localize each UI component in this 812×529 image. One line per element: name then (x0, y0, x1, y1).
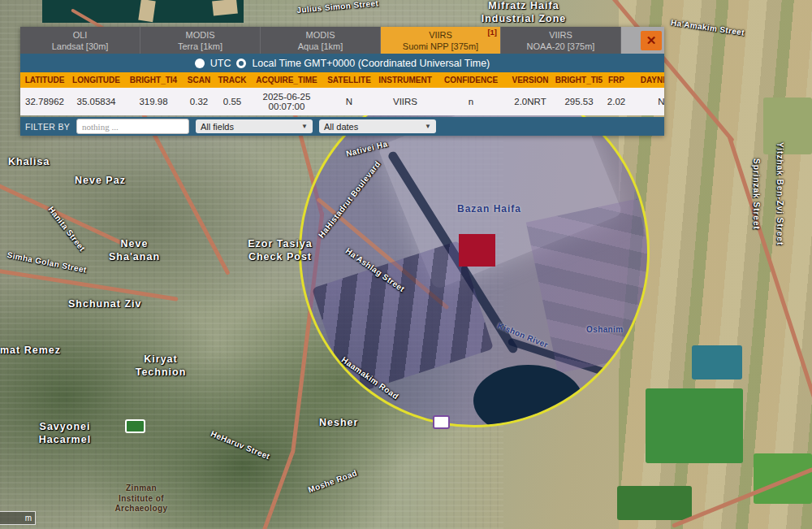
route-shield-icon (433, 415, 450, 429)
table-header-row: LATITUDE LONGITUDE BRIGHT_TI4 SCAN TRACK… (20, 72, 664, 88)
close-button[interactable]: ✕ (641, 31, 662, 50)
utc-radio-label: UTC (210, 58, 231, 69)
chevron-down-icon: ▼ (301, 123, 308, 130)
detection-count-badge: [1] (487, 28, 497, 37)
map-label-area: Neve Sha'anan (104, 238, 165, 263)
cell-confidence: n (435, 88, 507, 115)
fire-detection-marker[interactable] (459, 234, 495, 267)
table-row[interactable]: 32.78962 35.05834 319.98 0.32 0.55 2025-… (20, 88, 664, 115)
tab-label: MODIS (140, 29, 260, 41)
field-filter-select[interactable]: All fields ▼ (196, 119, 313, 133)
col-daynight: DAYNIGHT (628, 72, 664, 88)
tab-modis-terra[interactable]: MODIS Terra [1km] (140, 27, 261, 54)
field-patch (617, 486, 692, 520)
time-mode-bar: UTC Local Time GMT+0000 (Coordinated Uni… (20, 54, 664, 72)
cell-satellite: N (323, 88, 375, 115)
col-frp: FRP (604, 72, 628, 88)
map-label-area: Neve Paz (75, 175, 126, 188)
cell-version: 2.0NRT (507, 88, 554, 115)
local-time-radio[interactable] (236, 59, 246, 68)
tab-oli-landsat[interactable]: OLI Landsat [30m] (20, 27, 140, 54)
col-longitude: LONGITUDE (69, 72, 123, 88)
field-patch (692, 345, 742, 379)
tab-label: OLI (20, 29, 140, 41)
tab-modis-aqua[interactable]: MODIS Aqua [1km] (261, 27, 381, 54)
pier (138, 0, 155, 22)
map-label-poi: Oshanim (586, 325, 624, 336)
detections-table: LATITUDE LONGITUDE BRIGHT_TI4 SCAN TRACK… (20, 72, 664, 115)
col-latitude: LATITUDE (20, 72, 69, 88)
cell-acquire-time: 2025-06-25 00:07:00 (250, 88, 323, 115)
close-icon: ✕ (646, 33, 657, 48)
map-label-poi: Zinman Institute of Archaeology (112, 483, 171, 514)
col-acquire-time: ACQUIRE_TIME (250, 72, 323, 88)
tab-sublabel: Suomi NPP [375m] (381, 41, 500, 52)
map-label-area: Ezor Tasiya Check Post (244, 238, 317, 263)
map-label-area: Nesher (319, 417, 358, 430)
tab-label: MODIS (261, 29, 380, 41)
map-label-area: Khalisa (8, 156, 50, 169)
col-version: VERSION (507, 72, 554, 88)
cell-instrument: VIIRS (375, 88, 435, 115)
map-label-area: Kiryat Technion (128, 353, 193, 379)
tab-sublabel: Terra [1km] (140, 41, 260, 52)
map-label-area: Savyonei Hacarmel (32, 421, 97, 446)
col-satellite: SATELLITE (323, 72, 375, 88)
chevron-down-icon: ▼ (425, 123, 431, 130)
scale-label: m (25, 514, 32, 522)
tab-viirs-noaa20[interactable]: VIIRS NOAA-20 [375m] (501, 27, 621, 54)
map-label-street: Sprinzak Street (750, 158, 761, 230)
field-filter-value: All fields (201, 122, 234, 132)
date-filter-select[interactable]: All dates ▼ (319, 119, 436, 133)
col-bright-ti4: BRIGHT_TI4 (123, 72, 184, 88)
local-time-radio-label: Local Time GMT+0000 (Coordinated Univers… (252, 58, 490, 69)
map-label-street: Yitzhak Ben-Zvi Street (774, 142, 784, 245)
col-track: TRACK (214, 72, 250, 88)
tab-label: VIIRS (501, 29, 620, 41)
field-patch (763, 98, 812, 154)
route-shield-icon (125, 419, 145, 433)
cell-scan: 0.32 (184, 88, 214, 115)
cell-frp: 2.02 (604, 88, 628, 115)
tab-label: VIIRS (381, 29, 500, 41)
cell-bright-ti4: 319.98 (123, 88, 184, 115)
tab-sublabel: Landsat [30m] (20, 41, 140, 52)
filter-text-input[interactable] (76, 119, 189, 134)
utc-radio[interactable] (195, 59, 205, 68)
map-label-area: Mifratz Haifa Industrial Zone (451, 0, 597, 25)
cell-longitude: 35.05834 (69, 88, 123, 115)
cell-bright-ti5: 295.53 (554, 88, 604, 115)
fire-data-panel: OLI Landsat [30m] MODIS Terra [1km] MODI… (20, 27, 664, 136)
satellite-tab-bar: OLI Landsat [30m] MODIS Terra [1km] MODI… (20, 27, 664, 54)
col-confidence: CONFIDENCE (435, 72, 507, 88)
date-filter-value: All dates (324, 122, 358, 132)
tab-sublabel: NOAA-20 [375m] (501, 41, 620, 52)
detections-table-wrap: LATITUDE LONGITUDE BRIGHT_TI4 SCAN TRACK… (20, 72, 664, 115)
map-label-poi: Bazan Haifa (457, 203, 521, 215)
col-scan: SCAN (184, 72, 214, 88)
filter-bar: FILTER BY All fields ▼ All dates ▼ (20, 117, 664, 136)
cell-daynight: N (628, 88, 664, 115)
cell-latitude: 32.78962 (20, 88, 69, 115)
cell-track: 0.55 (214, 88, 250, 115)
pier (212, 0, 238, 16)
map-scale-bar: m (0, 511, 36, 525)
tab-viirs-suomi-npp[interactable]: [1] VIIRS Suomi NPP [375m] (381, 27, 501, 54)
tab-sublabel: Aqua [1km] (261, 41, 380, 52)
map-label-area: Ramat Remez (0, 345, 61, 358)
map-label-area: Shchunat Ziv (68, 298, 141, 311)
col-instrument: INSTRUMENT (375, 72, 435, 88)
col-bright-ti5: BRIGHT_TI5 (554, 72, 604, 88)
filter-by-label: FILTER BY (25, 122, 70, 132)
field-patch (646, 388, 743, 463)
